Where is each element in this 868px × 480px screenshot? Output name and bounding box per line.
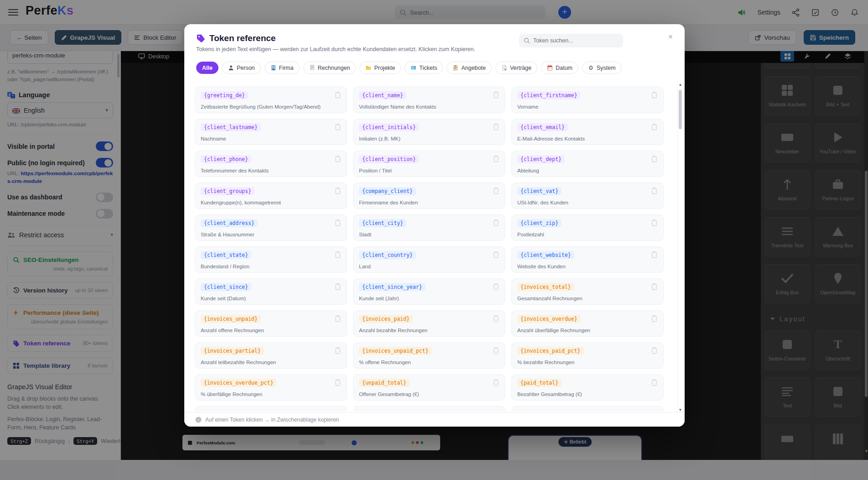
copy-icon[interactable] <box>493 379 499 388</box>
token-chip: {invoices_total} <box>517 283 574 291</box>
tab-label: Alle <box>202 65 213 71</box>
token-card-greeting_de[interactable]: {greeting_de}Zeitbasierte Begrüßung (Gut… <box>195 87 347 113</box>
token-description: Land <box>359 264 371 269</box>
modal-scrollbar[interactable]: ▲ ▼ <box>677 83 682 412</box>
copy-icon[interactable] <box>335 219 341 228</box>
token-filter-tab-firma[interactable]: Firma <box>265 62 300 74</box>
token-chip: {client_name} <box>359 91 406 99</box>
copy-icon[interactable] <box>335 188 341 196</box>
copy-icon[interactable] <box>651 315 657 324</box>
scroll-up-arrow-icon[interactable]: ▲ <box>678 83 683 87</box>
copy-icon[interactable] <box>493 283 499 292</box>
copy-icon[interactable] <box>335 315 341 324</box>
token-chip: {invoices_partial} <box>201 347 264 355</box>
token-card-client_vat[interactable]: {client_vat}USt-IdNr. des Kunden <box>511 183 664 209</box>
copy-icon[interactable] <box>335 251 341 260</box>
token-filter-tab-tickets[interactable]: Tickets <box>405 62 443 74</box>
copy-icon[interactable] <box>493 92 499 100</box>
token-filter-tab-datum[interactable]: Datum <box>541 62 578 74</box>
copy-icon[interactable] <box>651 156 657 164</box>
token-filter-tab-person[interactable]: Person <box>222 62 261 74</box>
token-filter-tab-angebote[interactable]: Angebote <box>447 62 492 74</box>
tab-label: System <box>597 65 616 71</box>
token-card-client_name[interactable]: {client_name}Vollständiger Name des Kont… <box>353 87 505 113</box>
token-card-client_position[interactable]: {client_position}Position / Titel <box>353 151 505 177</box>
token-card-invoices_paid_pct[interactable]: {invoices_paid_pct}% bezahlte Rechnungen <box>511 342 664 369</box>
token-filter-tab-system[interactable]: System <box>582 62 622 74</box>
copy-icon[interactable] <box>493 188 499 196</box>
token-card-company_client[interactable]: {company_client}Firmenname des Kunden <box>353 183 505 209</box>
token-card-invoices_unpaid_pct[interactable]: {invoices_unpaid_pct}% offene Rechnungen <box>353 342 505 369</box>
token-card-client_state[interactable]: {client_state}Bundesland / Region <box>195 246 347 273</box>
copy-icon[interactable] <box>651 347 657 356</box>
token-card-client_phone[interactable]: {client_phone}Telefonnummer des Kontakts <box>195 151 347 177</box>
copy-icon[interactable] <box>493 251 499 260</box>
token-card-invoices_partial[interactable]: {invoices_partial}Anzahl teilbezahlte Re… <box>195 342 347 369</box>
token-description: Vollständiger Name des Kontakts <box>359 104 436 110</box>
token-description: Gesamtanzahl Rechnungen <box>517 296 582 301</box>
copy-icon[interactable] <box>493 156 499 164</box>
token-card-invoices_total[interactable]: {invoices_total}Gesamtanzahl Rechnungen <box>511 278 664 305</box>
tab-label: Projekte <box>374 65 395 71</box>
token-search[interactable] <box>519 34 623 47</box>
token-card-invoices_overdue[interactable]: {invoices_overdue}Anzahl überfällige Rec… <box>511 310 664 337</box>
token-card-client_website[interactable]: {client_website}Website des Kunden <box>511 246 664 273</box>
close-icon[interactable]: × <box>665 32 676 42</box>
token-filter-tab-alle[interactable]: Alle <box>196 62 218 74</box>
token-card-client_zip[interactable]: {client_zip}Postleitzahl <box>511 214 664 241</box>
token-card-client_groups[interactable]: {client_groups}Kundengruppe(n), kommaget… <box>195 183 347 209</box>
token-card-invoices_overdue_pct[interactable]: {invoices_overdue_pct}% überfällige Rech… <box>195 374 347 401</box>
token-chip: {client_address} <box>201 219 258 227</box>
token-card-invoices_paid[interactable]: {invoices_paid}Anzahl bezahlte Rechnunge… <box>353 310 505 337</box>
token-card-client_city[interactable]: {client_city}Stadt <box>353 214 505 241</box>
token-list: {greeting_de}Zeitbasierte Begrüßung (Gut… <box>184 83 685 412</box>
copy-icon[interactable] <box>651 188 657 196</box>
copy-icon[interactable] <box>651 379 657 388</box>
token-chip: {client_zip} <box>517 219 561 227</box>
token-card-client_email[interactable]: {client_email}E-Mail-Adresse des Kontakt… <box>511 119 664 145</box>
copy-icon[interactable] <box>493 315 499 324</box>
tab-label: Verträge <box>510 65 531 71</box>
token-card-paid_total[interactable]: {paid_total}Bezahlter Gesamtbetrag (€) <box>511 374 664 401</box>
copy-icon[interactable] <box>335 92 341 100</box>
copy-icon[interactable] <box>651 219 657 228</box>
token-card-client_initials[interactable]: {client_initials}Initialen (z.B. MK) <box>353 119 505 145</box>
token-card-client_since[interactable]: {client_since}Kunde seit (Datum) <box>195 278 347 305</box>
token-filter-tab-verträge[interactable]: Verträge <box>495 62 537 74</box>
copy-icon[interactable] <box>651 251 657 260</box>
token-chip: {client_groups} <box>201 187 255 195</box>
copy-icon[interactable] <box>651 92 657 100</box>
token-filter-tab-projekte[interactable]: Projekte <box>359 62 401 74</box>
copy-icon[interactable] <box>493 347 499 356</box>
scroll-down-arrow-icon[interactable]: ▼ <box>678 408 683 412</box>
token-card-client_since_year[interactable]: {client_since_year}Kunde seit (Jahr) <box>353 278 505 305</box>
token-search-input[interactable] <box>533 37 619 44</box>
folder-icon <box>365 65 371 71</box>
token-card-client_address[interactable]: {client_address}Straße & Hausnummer <box>195 214 347 241</box>
token-chip: {client_firstname} <box>517 91 581 99</box>
modal-scrollbar-thumb[interactable] <box>679 90 682 129</box>
token-description: Position / Titel <box>359 168 392 173</box>
token-card-unpaid_total[interactable]: {unpaid_total}Offener Gesamtbetrag (€) <box>353 374 505 401</box>
modal-footer: i Auf einen Token klicken → in Zwischena… <box>184 412 685 427</box>
token-description: Anzahl bezahlte Rechnungen <box>359 328 427 333</box>
token-card-client_firstname[interactable]: {client_firstname}Vorname <box>511 87 664 113</box>
copy-icon[interactable] <box>335 124 341 132</box>
token-card-client_dept[interactable]: {client_dept}Abteilung <box>511 151 664 177</box>
copy-icon[interactable] <box>335 156 341 164</box>
token-card-client_country[interactable]: {client_country}Land <box>353 246 505 273</box>
token-card-invoices_unpaid[interactable]: {invoices_unpaid}Anzahl offene Rechnunge… <box>195 310 347 337</box>
token-chip: {greeting_de} <box>201 91 248 99</box>
token-filter-tab-rechnungen[interactable]: Rechnungen <box>303 62 356 74</box>
token-card-client_lastname[interactable]: {client_lastname}Nachname <box>195 119 347 145</box>
copy-icon[interactable] <box>335 283 341 292</box>
token-description: Kunde seit (Datum) <box>201 296 246 301</box>
copy-icon[interactable] <box>493 219 499 228</box>
token-description: Straße & Hausnummer <box>201 232 255 237</box>
copy-icon[interactable] <box>493 124 499 132</box>
copy-icon[interactable] <box>335 379 341 388</box>
token-chip: {client_initials} <box>359 123 419 131</box>
copy-icon[interactable] <box>651 283 657 292</box>
copy-icon[interactable] <box>651 124 657 132</box>
copy-icon[interactable] <box>335 347 341 356</box>
